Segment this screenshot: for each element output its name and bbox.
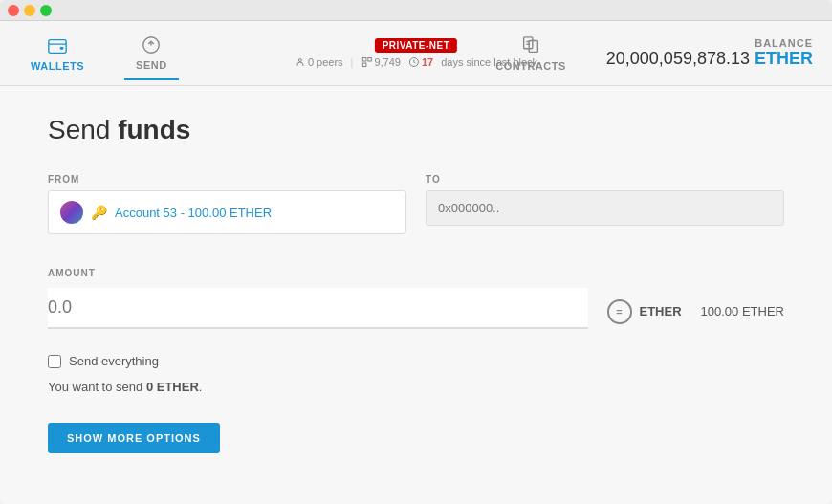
days-count: 17 — [422, 56, 433, 68]
currency-selector[interactable]: = ETHER — [607, 299, 682, 324]
svg-rect-0 — [49, 39, 66, 53]
days-info: 17 — [408, 56, 433, 68]
close-button[interactable] — [8, 5, 19, 16]
amount-row: = ETHER 100.00 ETHER — [48, 288, 784, 335]
navbar: WALLETS SEND PRIVATE-NET 0 peers | — [0, 21, 832, 86]
nav-wallets[interactable]: WALLETS — [19, 28, 96, 79]
account-icon — [60, 201, 83, 224]
amount-section: AMOUNT = ETHER 100.00 ETHER — [48, 263, 784, 335]
account-name: Account 53 - 100.00 ETHER — [115, 206, 272, 220]
wallets-label: WALLETS — [31, 60, 84, 72]
from-to-section: FROM 🔑 Account 53 - 100.00 ETHER TO — [48, 174, 784, 234]
page-title: Send funds — [48, 115, 784, 145]
from-label: FROM — [48, 174, 406, 185]
svg-rect-4 — [362, 58, 366, 62]
nav-left: WALLETS SEND — [19, 27, 179, 80]
balance-label: BALANCE — [606, 37, 813, 49]
from-field[interactable]: 🔑 Account 53 - 100.00 ETHER — [48, 190, 406, 234]
nav-send[interactable]: SEND — [124, 27, 179, 80]
svg-rect-5 — [367, 58, 371, 62]
svg-rect-1 — [60, 46, 64, 49]
to-input[interactable] — [426, 190, 784, 226]
balance-display: BALANCE 20,000,059,878.13 ETHER — [606, 37, 813, 69]
to-group: TO — [426, 174, 784, 234]
maximize-button[interactable] — [40, 5, 52, 16]
from-group: FROM 🔑 Account 53 - 100.00 ETHER — [48, 174, 406, 234]
network-info: PRIVATE-NET 0 peers | 9,749 — [295, 38, 537, 68]
svg-rect-6 — [362, 63, 366, 67]
amount-input-wrap — [48, 288, 588, 335]
minimize-button[interactable] — [24, 5, 35, 16]
amount-input[interactable] — [48, 288, 588, 328]
network-badge: PRIVATE-NET — [375, 38, 458, 53]
currency-icon: = — [607, 299, 632, 324]
send-label: SEND — [136, 59, 167, 71]
blocks-count: 9,749 — [374, 56, 401, 68]
send-everything-label[interactable]: Send everything — [69, 354, 159, 368]
peers-count: 0 peers — [308, 56, 343, 68]
currency-label: ETHER — [640, 304, 682, 318]
amount-label: AMOUNT — [48, 268, 96, 278]
svg-point-3 — [298, 59, 301, 62]
to-label: TO — [426, 174, 784, 185]
window-chrome — [0, 0, 832, 21]
days-label: days since last block — [441, 56, 537, 68]
separator: | — [351, 56, 354, 68]
key-icon: 🔑 — [91, 205, 107, 220]
peers-icon: 0 peers — [295, 56, 343, 68]
currency-balance: 100.00 ETHER — [701, 304, 784, 318]
show-more-options-button[interactable]: SHOW MORE OPTIONS — [48, 423, 220, 453]
balance-amount: 20,000,059,878.13 ETHER — [606, 49, 813, 68]
blocks-info: 9,749 — [361, 56, 401, 68]
balance-unit: ETHER — [755, 49, 813, 68]
send-everything-row: Send everything — [48, 354, 784, 368]
send-everything-checkbox[interactable] — [48, 355, 61, 368]
main-content: Send funds FROM 🔑 Account 53 - 100.00 ET… — [0, 86, 832, 504]
send-amount: 0 ETHER — [146, 380, 199, 394]
network-stats: 0 peers | 9,749 17 days since last block — [295, 56, 537, 68]
send-description: You want to send 0 ETHER. — [48, 380, 784, 394]
